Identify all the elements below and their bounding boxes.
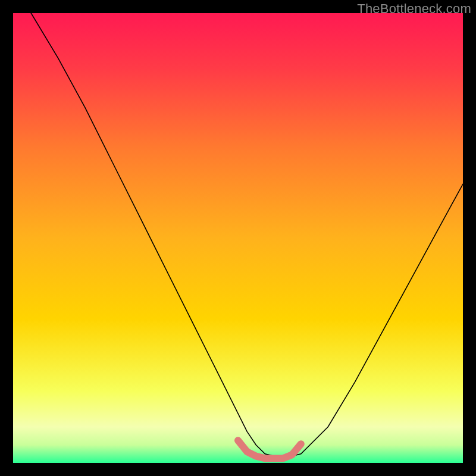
chart-frame: TheBottleneck.com — [0, 0, 476, 476]
watermark-text: TheBottleneck.com — [357, 1, 471, 17]
chart-plot-area — [13, 13, 463, 463]
chart-svg — [13, 13, 463, 463]
gradient-bg — [13, 13, 463, 463]
